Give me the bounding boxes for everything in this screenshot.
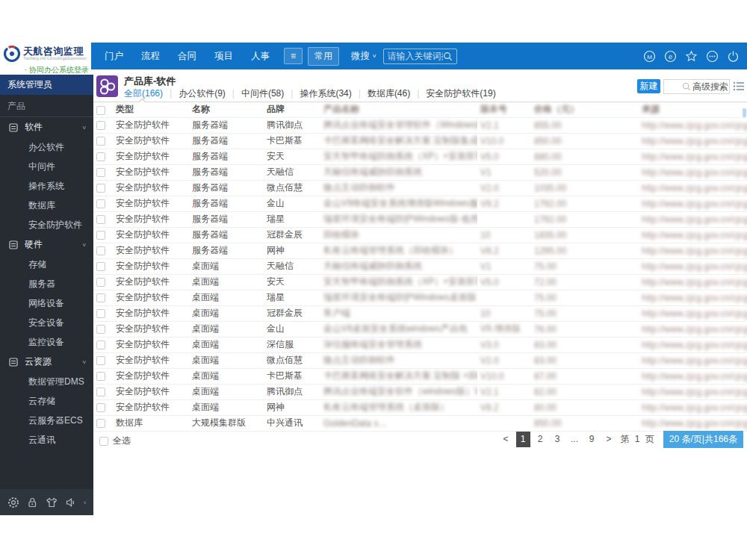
search-icon[interactable]: [682, 82, 691, 91]
page-button[interactable]: ...: [568, 432, 582, 447]
row-checkbox[interactable]: [96, 121, 105, 130]
page-size-button[interactable]: 20 条/页|共166条: [663, 431, 743, 448]
sidebar-item[interactable]: 操作系统: [0, 176, 93, 196]
row-checkbox[interactable]: [96, 278, 105, 287]
message-icon-wrap[interactable]: e: [664, 50, 677, 63]
more-icon-wrap[interactable]: [706, 50, 719, 63]
gear-icon[interactable]: [7, 497, 19, 508]
row-checkbox[interactable]: [96, 372, 105, 381]
wesearch-dropdown[interactable]: 微搜 ∨: [351, 50, 377, 63]
table-row[interactable]: 安全防护软件服务器端微点佰慧微点主动防御软件V2.01035.00http://…: [93, 180, 747, 196]
theme-icon[interactable]: [46, 497, 58, 508]
sidebar-item[interactable]: 监控设备: [0, 332, 93, 352]
sidebar-item[interactable]: 云服务器ECS: [0, 411, 93, 430]
table-row[interactable]: 安全防护软件服务器端安天安天智甲终端防御系统（XP）+安装部署服务V5.0880…: [93, 149, 747, 164]
table-row[interactable]: 安全防护软件桌面端瑞星瑞星环境安全终端防护Windows桌面版75.00http…: [93, 290, 747, 305]
sidebar-item[interactable]: 数据管理DMS: [0, 372, 93, 391]
lock-icon-wrap[interactable]: [26, 497, 38, 508]
nav-tab[interactable]: 合同: [169, 50, 205, 63]
page-button[interactable]: 3: [551, 432, 565, 447]
filter-tab[interactable]: 数据库(46): [352, 87, 410, 100]
row-checkbox[interactable]: [96, 419, 105, 428]
oa-login-link[interactable]: · 协同办公系统登录: [25, 65, 91, 75]
lock-icon[interactable]: [26, 497, 38, 508]
sidebar-section-product[interactable]: 产品: [0, 95, 93, 117]
row-checkbox[interactable]: [96, 309, 105, 318]
table-row[interactable]: 安全防护软件服务器端腾讯御点腾讯企业终端安全管理软件（Windows版）V2.1…: [93, 117, 747, 133]
table-row[interactable]: 数据库大规模集群版中兴通讯GoldenData s…850.00http://w…: [93, 415, 747, 431]
nav-menu-icon[interactable]: ≡: [284, 48, 303, 64]
table-row[interactable]: 安全防护软件服务器端网神私有云终端管理系统（回收模块）V8.21295.00ht…: [93, 243, 747, 258]
table-row[interactable]: 安全防护软件桌面端金山金山V9桌面安全系统windows产品包V9.增强版76.…: [93, 321, 747, 337]
table-row[interactable]: 安全防护软件桌面端深信服深信服终端安全管理系统V3.083.00http://w…: [93, 337, 747, 352]
page-button[interactable]: 9: [585, 432, 599, 447]
advanced-search-button[interactable]: 高级搜索: [691, 81, 731, 93]
sidebar-item[interactable]: 中间件: [0, 157, 93, 176]
sidebar-item[interactable]: 网络设备: [0, 293, 93, 313]
filter-tab[interactable]: 全部(166): [124, 87, 163, 100]
filter-tab[interactable]: 中间件(58): [226, 87, 284, 100]
row-checkbox[interactable]: [96, 293, 105, 302]
row-checkbox[interactable]: [96, 168, 105, 177]
page-button[interactable]: 1: [516, 432, 530, 447]
table-search-input[interactable]: [664, 82, 682, 91]
nav-tab[interactable]: 门户: [96, 50, 132, 63]
row-checkbox[interactable]: [96, 231, 105, 240]
table-row[interactable]: 安全防护软件服务器端冠群金辰回收模块101835.00http://www.zj…: [93, 227, 747, 243]
nav-tab[interactable]: 人事: [242, 50, 279, 63]
sidebar-group-header[interactable]: 软件∨: [0, 117, 93, 137]
prev-page-button[interactable]: <: [499, 432, 513, 447]
sound-icon-wrap[interactable]: [65, 497, 77, 508]
table-row[interactable]: 安全防护软件桌面端安天安天智甲终端防御系统（XP）+安装部署服务V5.072.0…: [93, 274, 747, 290]
nav-tab[interactable]: 项目: [205, 50, 242, 63]
table-row[interactable]: 安全防护软件桌面端冠群金辰客户端1075.00http://www.zjcg.g…: [93, 305, 747, 321]
m-badge-icon[interactable]: M: [643, 50, 656, 63]
power-icon-wrap[interactable]: [727, 50, 740, 63]
row-checkbox[interactable]: [96, 356, 105, 365]
table-row[interactable]: 安全防护软件桌面端天融信天融信终端威胁防御系统V175.00http://www…: [93, 258, 747, 274]
filter-tab[interactable]: 安全防护软件(19): [410, 87, 495, 100]
message-icon[interactable]: e: [664, 50, 677, 63]
sidebar-item[interactable]: 数据库: [0, 196, 93, 215]
theme-icon-wrap[interactable]: [46, 497, 58, 508]
table-row[interactable]: 安全防护软件桌面端微点佰慧微点主动防御软件V2.083.00http://www…: [93, 352, 747, 368]
sidebar-group-header[interactable]: 云资源∨: [0, 352, 93, 372]
table-row[interactable]: 安全防护软件桌面端卡巴斯基卡巴斯基网络安全解决方案 定制版 +回收…V10.08…: [93, 368, 747, 384]
sidebar-item[interactable]: 安全设备: [0, 313, 93, 332]
nav-tab-favorites[interactable]: 常用: [308, 47, 339, 66]
gear-icon-wrap[interactable]: [7, 497, 19, 508]
row-checkbox[interactable]: [96, 215, 105, 224]
row-checkbox[interactable]: [96, 246, 105, 255]
page-button[interactable]: 2: [533, 432, 548, 447]
header-checkbox[interactable]: [96, 106, 105, 115]
table-row[interactable]: 安全防护软件桌面端腾讯御点腾讯企业终端安全软件（windows版）V2.1V2.…: [93, 384, 747, 399]
nav-tab[interactable]: 流程: [132, 50, 169, 63]
sound-icon[interactable]: [65, 497, 77, 508]
table-row[interactable]: 安全防护软件桌面端网神私有云终端管理系统（桌面版）V8.280.00http:/…: [93, 399, 747, 415]
row-checkbox[interactable]: [96, 388, 105, 396]
sidebar-item[interactable]: 服务器: [0, 274, 93, 293]
table-row[interactable]: 安全防护软件服务器端天融信天融信终端威胁防御系统V1520.00http://w…: [93, 164, 747, 180]
sidebar-item[interactable]: 安全防护软件: [0, 215, 93, 234]
sidebar-item[interactable]: 云存储: [0, 391, 93, 411]
global-search-input[interactable]: [388, 51, 443, 61]
next-page-button[interactable]: >: [602, 432, 616, 447]
star-icon-wrap[interactable]: [685, 50, 698, 63]
more-icon[interactable]: [706, 50, 719, 63]
new-button[interactable]: 新建: [637, 79, 660, 93]
power-icon[interactable]: [727, 50, 740, 63]
row-checkbox[interactable]: [96, 262, 105, 271]
table-row[interactable]: 安全防护软件服务器端卡巴斯基卡巴斯基网络安全解决方案 定制版集成防护授权…V10…: [93, 133, 747, 149]
vertical-scrollbar-thumb[interactable]: [743, 108, 746, 117]
collapse-arrow-icon[interactable]: ‹: [84, 499, 86, 506]
row-checkbox[interactable]: [96, 403, 105, 412]
row-checkbox[interactable]: [96, 325, 105, 334]
table-row[interactable]: 安全防护软件服务器端金山金山V9终端安全系统增强版Windows服务器版V9.2…: [93, 196, 747, 211]
select-all-checkbox[interactable]: [99, 437, 108, 446]
search-icon[interactable]: [443, 52, 453, 61]
m-badge-icon-wrap[interactable]: M: [643, 50, 656, 63]
table-row[interactable]: 安全防护软件服务器端瑞星瑞星环境安全终端防护Windows版-低危漏洞1792.…: [93, 211, 747, 227]
sidebar-item[interactable]: 办公软件: [0, 137, 93, 157]
row-checkbox[interactable]: [96, 184, 105, 193]
star-icon[interactable]: [685, 50, 698, 63]
